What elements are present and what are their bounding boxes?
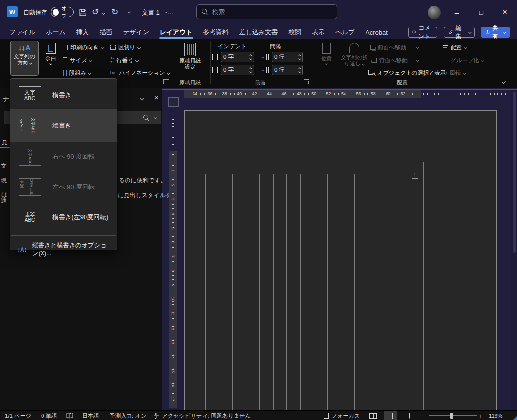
collapse-ribbon-icon[interactable] — [502, 80, 506, 84]
h-ruler-tick — [204, 93, 205, 95]
nav-pane-collapse-icon[interactable] — [140, 96, 144, 100]
scrollbar-thumb[interactable] — [513, 92, 516, 253]
maximize-button[interactable]: □ — [473, 5, 490, 20]
orientation-button[interactable]: 印刷の向き — [63, 42, 104, 53]
share-button[interactable]: 共有 — [481, 27, 510, 38]
document-title[interactable]: 文書 1 — [142, 8, 160, 17]
undo-button[interactable]: ↺ — [92, 7, 99, 18]
web-layout-button[interactable] — [401, 411, 414, 420]
minimize-button[interactable]: – — [449, 5, 465, 20]
h-ruler-tick — [460, 93, 461, 95]
margins-icon — [46, 43, 56, 54]
tab-レイアウト[interactable]: レイアウト — [154, 25, 198, 39]
menu-item-horizontal-rotated[interactable]: 文字ABC 横書き(左90度回転) — [10, 202, 117, 232]
tab-描画[interactable]: 描画 — [94, 25, 118, 39]
resize-grip[interactable] — [513, 416, 517, 420]
tab-差し込み文書[interactable]: 差し込み文書 — [234, 25, 283, 39]
tab-校閲[interactable]: 校閲 — [283, 25, 306, 39]
undo-dropdown-icon[interactable] — [102, 11, 105, 15]
v-ruler-number: 17 — [170, 396, 176, 402]
line-numbers-button[interactable]: 1-2- 行番号 — [110, 55, 138, 65]
spacing-after-stepper[interactable] — [299, 68, 301, 73]
read-mode-button[interactable] — [366, 411, 380, 420]
tab-表示[interactable]: 表示 — [306, 25, 330, 39]
h-ruler-tick — [423, 93, 424, 95]
zoom-in-button[interactable]: + — [478, 411, 482, 420]
margins-button[interactable]: 余白 — [41, 41, 61, 76]
align-button[interactable]: 配置 — [443, 42, 467, 53]
vertical-ruler[interactable]: 1234567891011121314151617 — [169, 90, 177, 408]
tab-挿入[interactable]: 挿入 — [71, 25, 94, 39]
search-input[interactable] — [212, 8, 320, 16]
word-count[interactable]: 0 単語 — [41, 411, 57, 420]
menu-item-text-direction-options[interactable]: ↓A↕ 縦書きと横書きのオプション(X)... — [10, 239, 117, 258]
indent-right-stepper[interactable] — [250, 68, 252, 73]
close-button[interactable]: × — [496, 5, 513, 20]
h-ruler-number: 40 — [235, 91, 244, 96]
tab-参考資料[interactable]: 参考資料 — [198, 25, 234, 39]
page-indicator[interactable]: 1/1 ページ — [5, 411, 31, 420]
print-layout-button[interactable] — [384, 411, 397, 420]
proofing-icon[interactable] — [66, 411, 73, 420]
hyphenation-button[interactable]: bc- ハイフネーション — [110, 67, 170, 78]
v-ruler-tick — [172, 233, 174, 233]
page-setup-dialog-launcher[interactable] — [163, 79, 169, 84]
text-direction-button[interactable]: ↓↓A 文字列の 方向 — [10, 41, 39, 76]
zoom-level[interactable]: 116% — [489, 411, 503, 420]
h-ruler-tick — [431, 93, 431, 95]
breaks-button[interactable]: 区切り — [110, 42, 140, 53]
nav-pane-close-icon[interactable]: × — [154, 93, 159, 102]
genko-settings-button[interactable]: 原稿用紙設定 — [173, 41, 207, 76]
spacing-before-input[interactable]: 0 行 — [272, 52, 303, 62]
spacing-after-input[interactable]: 0 行 — [272, 65, 303, 75]
horizontal-ruler[interactable]: 343638404244464850525456586062 — [177, 90, 511, 98]
v-ruler-tick — [172, 336, 174, 336]
comments-button[interactable]: コメント — [408, 27, 437, 38]
v-ruler-number: 8 — [170, 268, 176, 274]
language-indicator[interactable]: 日本語 — [82, 411, 99, 420]
selection-pane-button[interactable]: オブジェクトの選択と表示 — [368, 67, 446, 78]
tab-ヘルプ[interactable]: ヘルプ — [330, 25, 360, 39]
h-ruler-tick — [420, 93, 420, 95]
search-box[interactable] — [196, 4, 337, 19]
avatar[interactable] — [428, 6, 441, 19]
indent-left-input[interactable]: 0 字 — [221, 52, 254, 62]
edit-mode-button[interactable]: 編集 — [444, 27, 475, 38]
word-app-icon[interactable]: W — [7, 6, 18, 17]
position-button: 位置 — [316, 41, 337, 76]
text-wrap-icon — [349, 43, 359, 53]
horizontal-text-icon: 文字ABC — [19, 86, 41, 104]
v-ruler-tick — [172, 333, 174, 333]
send-backward-icon — [372, 58, 377, 63]
save-icon[interactable] — [79, 8, 87, 17]
v-ruler-number: 3 — [170, 196, 176, 203]
paper-size-button[interactable]: サイズ — [63, 55, 92, 65]
spacing-before-stepper[interactable] — [299, 55, 301, 60]
prediction-indicator[interactable]: 予測入力: オン — [109, 411, 147, 420]
tab-ファイル[interactable]: ファイル — [4, 25, 41, 39]
nav-search-dropdown-icon[interactable] — [154, 116, 157, 119]
tab-デザイン[interactable]: デザイン — [118, 25, 154, 39]
v-ruler-tick — [172, 361, 174, 361]
qat-customize-icon[interactable] — [128, 10, 131, 14]
h-ruler-number: 54 — [339, 91, 348, 96]
menu-item-horizontal[interactable]: 文字ABC 横書き — [10, 81, 117, 109]
indent-left-stepper[interactable] — [250, 55, 252, 60]
redo-button[interactable]: ↻ — [111, 7, 118, 18]
zoom-out-button[interactable]: − — [419, 411, 423, 420]
zoom-slider-thumb[interactable] — [450, 413, 453, 419]
focus-mode-button[interactable]: フォーカス — [324, 411, 360, 420]
paragraph-dialog-launcher[interactable] — [304, 79, 309, 84]
v-ruler-number: 13 — [170, 339, 176, 345]
accessibility-status[interactable]: アクセシビリティ: 問題ありません — [162, 411, 251, 420]
vertical-scrollbar[interactable] — [511, 90, 517, 410]
nav-tab-fragment[interactable]: 見 — [2, 138, 8, 147]
indent-right-input[interactable]: 0 字 — [221, 65, 254, 75]
menu-item-rotate-left-90: 文字↓ 文字ABC 左へ 90 度回転 — [10, 172, 117, 202]
autosave-toggle[interactable]: オフ — [51, 7, 74, 17]
tab-Acrobat[interactable]: Acrobat — [360, 25, 393, 39]
columns-button[interactable]: 段組み — [63, 67, 91, 78]
menu-item-vertical[interactable]: 文字↓ 文字ABC 縦書き — [10, 109, 117, 142]
tab-ホーム[interactable]: ホーム — [41, 25, 71, 39]
rotate-right-90-icon: 文字ABC — [19, 148, 41, 166]
